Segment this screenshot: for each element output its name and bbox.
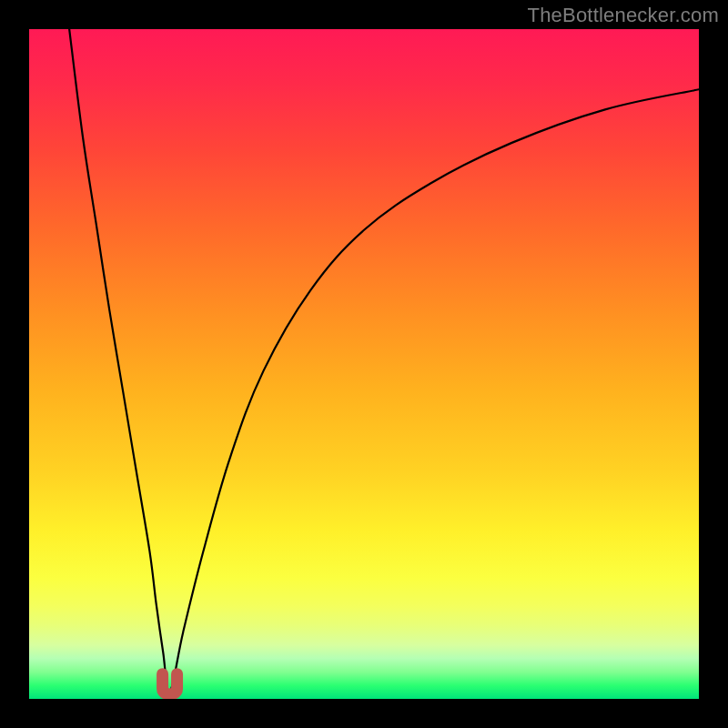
plot-area bbox=[29, 29, 699, 699]
curve-path bbox=[69, 29, 699, 693]
watermark-text: TheBottlenecker.com bbox=[528, 4, 719, 27]
chart-frame: TheBottlenecker.com bbox=[0, 0, 728, 728]
vertex-u-marker bbox=[163, 674, 177, 694]
bottleneck-curve bbox=[29, 29, 699, 699]
